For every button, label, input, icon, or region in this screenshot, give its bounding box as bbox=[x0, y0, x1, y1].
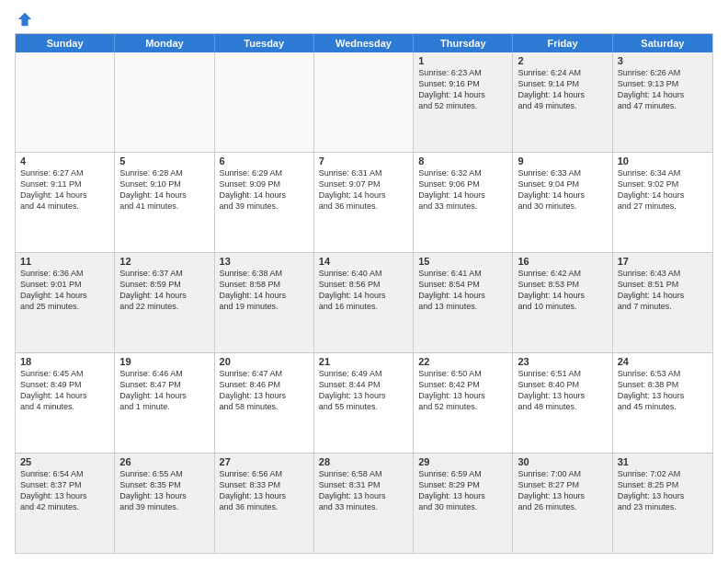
header-cell-monday: Monday bbox=[115, 34, 214, 52]
cell-text: Sunrise: 6:29 AM Sunset: 9:09 PM Dayligh… bbox=[220, 167, 309, 213]
calendar-cell: 1Sunrise: 6:23 AM Sunset: 9:16 PM Daylig… bbox=[414, 52, 513, 152]
calendar-cell: 2Sunrise: 6:24 AM Sunset: 9:14 PM Daylig… bbox=[513, 52, 612, 152]
cell-text: Sunrise: 6:34 AM Sunset: 9:02 PM Dayligh… bbox=[618, 167, 708, 213]
calendar-cell: 27Sunrise: 6:56 AM Sunset: 8:33 PM Dayli… bbox=[215, 454, 314, 553]
day-number: 4 bbox=[20, 155, 109, 167]
calendar-cell: 7Sunrise: 6:31 AM Sunset: 9:07 PM Daylig… bbox=[314, 153, 414, 252]
cell-text: Sunrise: 6:31 AM Sunset: 9:07 PM Dayligh… bbox=[319, 167, 408, 213]
day-number: 7 bbox=[319, 155, 408, 167]
day-number: 25 bbox=[20, 456, 109, 467]
logo bbox=[15, 11, 33, 28]
calendar-cell: 31Sunrise: 7:02 AM Sunset: 8:25 PM Dayli… bbox=[613, 454, 712, 553]
header-cell-friday: Friday bbox=[513, 34, 612, 52]
cell-text: Sunrise: 7:00 AM Sunset: 8:27 PM Dayligh… bbox=[518, 468, 607, 513]
header-cell-sunday: Sunday bbox=[16, 34, 115, 52]
calendar-cell: 16Sunrise: 6:42 AM Sunset: 8:53 PM Dayli… bbox=[513, 253, 612, 352]
calendar: SundayMondayTuesdayWednesdayThursdayFrid… bbox=[15, 33, 713, 554]
cell-text: Sunrise: 6:42 AM Sunset: 8:53 PM Dayligh… bbox=[518, 268, 607, 313]
calendar-row-4: 25Sunrise: 6:54 AM Sunset: 8:37 PM Dayli… bbox=[16, 453, 712, 553]
cell-text: Sunrise: 6:55 AM Sunset: 8:35 PM Dayligh… bbox=[119, 468, 209, 513]
calendar-cell: 28Sunrise: 6:58 AM Sunset: 8:31 PM Dayli… bbox=[314, 454, 414, 553]
calendar-cell: 6Sunrise: 6:29 AM Sunset: 9:09 PM Daylig… bbox=[215, 153, 314, 252]
cell-text: Sunrise: 6:53 AM Sunset: 8:38 PM Dayligh… bbox=[618, 368, 708, 413]
day-number: 24 bbox=[618, 356, 708, 367]
day-number: 11 bbox=[20, 256, 109, 267]
cell-text: Sunrise: 6:24 AM Sunset: 9:14 PM Dayligh… bbox=[518, 67, 607, 112]
calendar-row-2: 11Sunrise: 6:36 AM Sunset: 9:01 PM Dayli… bbox=[16, 252, 712, 352]
day-number: 14 bbox=[319, 256, 408, 267]
calendar-body: 1Sunrise: 6:23 AM Sunset: 9:16 PM Daylig… bbox=[16, 52, 712, 553]
day-number: 13 bbox=[220, 256, 309, 267]
cell-text: Sunrise: 6:59 AM Sunset: 8:29 PM Dayligh… bbox=[418, 468, 507, 513]
calendar-cell: 5Sunrise: 6:28 AM Sunset: 9:10 PM Daylig… bbox=[115, 153, 214, 252]
calendar-cell: 8Sunrise: 6:32 AM Sunset: 9:06 PM Daylig… bbox=[414, 153, 513, 252]
cell-text: Sunrise: 6:36 AM Sunset: 9:01 PM Dayligh… bbox=[20, 268, 109, 313]
day-number: 27 bbox=[220, 456, 309, 467]
calendar-cell: 18Sunrise: 6:45 AM Sunset: 8:49 PM Dayli… bbox=[16, 353, 115, 453]
header-cell-wednesday: Wednesday bbox=[314, 34, 414, 52]
day-number: 19 bbox=[119, 356, 209, 367]
cell-text: Sunrise: 6:47 AM Sunset: 8:46 PM Dayligh… bbox=[220, 368, 309, 413]
cell-text: Sunrise: 6:41 AM Sunset: 8:54 PM Dayligh… bbox=[418, 268, 507, 313]
cell-text: Sunrise: 6:50 AM Sunset: 8:42 PM Dayligh… bbox=[418, 368, 507, 413]
day-number: 21 bbox=[319, 356, 408, 367]
cell-text: Sunrise: 6:40 AM Sunset: 8:56 PM Dayligh… bbox=[319, 268, 408, 313]
calendar-cell: 9Sunrise: 6:33 AM Sunset: 9:04 PM Daylig… bbox=[513, 153, 612, 252]
cell-text: Sunrise: 6:38 AM Sunset: 8:58 PM Dayligh… bbox=[220, 268, 309, 313]
cell-text: Sunrise: 6:37 AM Sunset: 8:59 PM Dayligh… bbox=[119, 268, 209, 313]
cell-text: Sunrise: 6:32 AM Sunset: 9:06 PM Dayligh… bbox=[418, 167, 507, 213]
calendar-cell: 26Sunrise: 6:55 AM Sunset: 8:35 PM Dayli… bbox=[115, 454, 214, 553]
day-number: 10 bbox=[618, 155, 708, 167]
svg-marker-0 bbox=[18, 13, 31, 26]
day-number: 30 bbox=[518, 456, 607, 467]
page-header bbox=[15, 11, 713, 28]
calendar-header: SundayMondayTuesdayWednesdayThursdayFrid… bbox=[16, 34, 712, 52]
day-number: 16 bbox=[518, 256, 607, 267]
calendar-cell bbox=[16, 52, 115, 152]
cell-text: Sunrise: 6:28 AM Sunset: 9:10 PM Dayligh… bbox=[119, 167, 209, 213]
cell-text: Sunrise: 6:46 AM Sunset: 8:47 PM Dayligh… bbox=[119, 368, 209, 413]
header-cell-thursday: Thursday bbox=[414, 34, 513, 52]
calendar-cell: 19Sunrise: 6:46 AM Sunset: 8:47 PM Dayli… bbox=[115, 353, 214, 453]
calendar-cell: 11Sunrise: 6:36 AM Sunset: 9:01 PM Dayli… bbox=[16, 253, 115, 352]
calendar-cell: 21Sunrise: 6:49 AM Sunset: 8:44 PM Dayli… bbox=[314, 353, 414, 453]
day-number: 8 bbox=[418, 155, 507, 167]
calendar-row-0: 1Sunrise: 6:23 AM Sunset: 9:16 PM Daylig… bbox=[16, 52, 712, 152]
calendar-cell: 30Sunrise: 7:00 AM Sunset: 8:27 PM Dayli… bbox=[513, 454, 612, 553]
cell-text: Sunrise: 6:43 AM Sunset: 8:51 PM Dayligh… bbox=[618, 268, 708, 313]
calendar-cell: 24Sunrise: 6:53 AM Sunset: 8:38 PM Dayli… bbox=[613, 353, 712, 453]
calendar-cell bbox=[215, 52, 314, 152]
cell-text: Sunrise: 6:56 AM Sunset: 8:33 PM Dayligh… bbox=[220, 468, 309, 513]
day-number: 18 bbox=[20, 356, 109, 367]
calendar-cell: 17Sunrise: 6:43 AM Sunset: 8:51 PM Dayli… bbox=[613, 253, 712, 352]
calendar-cell: 4Sunrise: 6:27 AM Sunset: 9:11 PM Daylig… bbox=[16, 153, 115, 252]
cell-text: Sunrise: 6:49 AM Sunset: 8:44 PM Dayligh… bbox=[319, 368, 408, 413]
day-number: 20 bbox=[220, 356, 309, 367]
cell-text: Sunrise: 6:45 AM Sunset: 8:49 PM Dayligh… bbox=[20, 368, 109, 413]
day-number: 12 bbox=[119, 256, 209, 267]
day-number: 31 bbox=[618, 456, 708, 467]
calendar-cell: 15Sunrise: 6:41 AM Sunset: 8:54 PM Dayli… bbox=[414, 253, 513, 352]
day-number: 6 bbox=[220, 155, 309, 167]
cell-text: Sunrise: 7:02 AM Sunset: 8:25 PM Dayligh… bbox=[618, 468, 708, 513]
calendar-cell: 23Sunrise: 6:51 AM Sunset: 8:40 PM Dayli… bbox=[513, 353, 612, 453]
day-number: 23 bbox=[518, 356, 607, 367]
header-cell-tuesday: Tuesday bbox=[215, 34, 314, 52]
calendar-cell: 25Sunrise: 6:54 AM Sunset: 8:37 PM Dayli… bbox=[16, 454, 115, 553]
calendar-cell: 3Sunrise: 6:26 AM Sunset: 9:13 PM Daylig… bbox=[613, 52, 712, 152]
day-number: 15 bbox=[418, 256, 507, 267]
calendar-cell bbox=[314, 52, 414, 152]
day-number: 22 bbox=[418, 356, 507, 367]
day-number: 17 bbox=[618, 256, 708, 267]
calendar-cell: 12Sunrise: 6:37 AM Sunset: 8:59 PM Dayli… bbox=[115, 253, 214, 352]
calendar-cell: 14Sunrise: 6:40 AM Sunset: 8:56 PM Dayli… bbox=[314, 253, 414, 352]
cell-text: Sunrise: 6:27 AM Sunset: 9:11 PM Dayligh… bbox=[20, 167, 109, 213]
day-number: 29 bbox=[418, 456, 507, 467]
day-number: 3 bbox=[618, 55, 708, 66]
day-number: 9 bbox=[518, 155, 607, 167]
cell-text: Sunrise: 6:51 AM Sunset: 8:40 PM Dayligh… bbox=[518, 368, 607, 413]
cell-text: Sunrise: 6:33 AM Sunset: 9:04 PM Dayligh… bbox=[518, 167, 607, 213]
day-number: 2 bbox=[518, 55, 607, 66]
cell-text: Sunrise: 6:58 AM Sunset: 8:31 PM Dayligh… bbox=[319, 468, 408, 513]
calendar-cell: 10Sunrise: 6:34 AM Sunset: 9:02 PM Dayli… bbox=[613, 153, 712, 252]
